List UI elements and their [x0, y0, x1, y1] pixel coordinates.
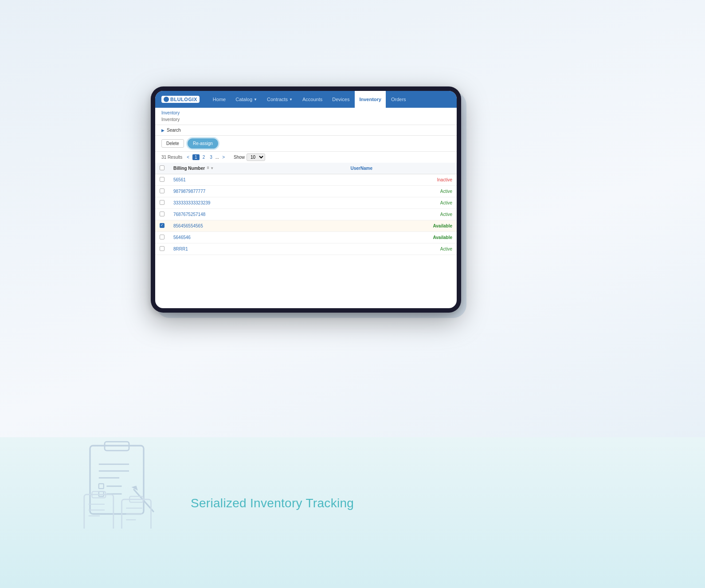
show-label: Show	[234, 155, 245, 160]
row-6-status: Available	[346, 232, 457, 243]
row-2-checkbox[interactable]	[160, 188, 164, 193]
search-arrow-icon: ▶	[161, 128, 164, 133]
table-row-selected: 856456554565 Available	[155, 220, 457, 232]
brand-logo: BLULOGIX	[161, 96, 200, 103]
row-2-billing: 9879879877777	[169, 186, 346, 197]
row-2-status: Active	[346, 186, 457, 197]
nav-orders[interactable]: Orders	[387, 91, 411, 108]
search-row: ▶ Search	[155, 125, 457, 136]
search-label: Search	[167, 128, 181, 133]
row-1-checkbox-cell[interactable]	[155, 174, 169, 186]
page-2-button[interactable]: 2	[201, 154, 207, 160]
svg-rect-12	[84, 494, 114, 529]
row-4-billing: 7687675257148	[169, 209, 346, 220]
tablet-device: BLULOGIX Home Catalog ▼ Contracts ▼ Acco…	[151, 86, 461, 313]
page-nav: < 1 2 3 ... >	[185, 154, 227, 160]
table-row: 7687675257148 Active	[155, 209, 457, 220]
row-3-checkbox-cell[interactable]	[155, 197, 169, 209]
nav-catalog[interactable]: Catalog ▼	[231, 91, 262, 108]
results-count: 31 Results	[161, 155, 182, 160]
row-1-billing: 56561	[169, 174, 346, 186]
table-row: 333333333323239 Active	[155, 197, 457, 209]
section-title: Inventory	[155, 116, 457, 125]
row-1-status: Inactive	[346, 174, 457, 186]
row-3-checkbox[interactable]	[160, 200, 164, 205]
page-3-button[interactable]: 3	[208, 154, 214, 160]
navbar: BLULOGIX Home Catalog ▼ Contracts ▼ Acco…	[155, 91, 457, 108]
row-7-checkbox[interactable]	[160, 246, 164, 251]
username-header[interactable]: UserName	[346, 163, 457, 174]
row-5-checkbox[interactable]	[160, 223, 164, 228]
row-5-billing: 856456554565	[169, 220, 346, 232]
tagline-text: Serialized Inventory Tracking	[191, 496, 354, 510]
row-4-checkbox-cell[interactable]	[155, 209, 169, 220]
table-row: 56561 Inactive	[155, 174, 457, 186]
clipboard-illustration	[75, 431, 173, 530]
data-table: Billing Number ⠿ ▼ UserName	[155, 163, 457, 308]
row-7-status: Active	[346, 243, 457, 255]
tablet-screen: BLULOGIX Home Catalog ▼ Contracts ▼ Acco…	[155, 91, 457, 308]
section-title-text: Inventory	[161, 117, 180, 122]
inventory-table: Billing Number ⠿ ▼ UserName	[155, 163, 457, 255]
select-all-header[interactable]	[155, 163, 169, 174]
contracts-dropdown-arrow: ▼	[289, 98, 293, 102]
nav-devices[interactable]: Devices	[328, 91, 354, 108]
nav-items: Home Catalog ▼ Contracts ▼ Accounts Devi…	[208, 91, 450, 108]
row-6-checkbox[interactable]	[160, 235, 164, 239]
svg-rect-5	[99, 484, 104, 489]
search-toggle[interactable]: ▶ Search	[161, 128, 450, 133]
table-row: 8RRR1 Active	[155, 243, 457, 255]
row-7-checkbox-cell[interactable]	[155, 243, 169, 255]
next-page-button[interactable]: >	[220, 154, 227, 160]
page-ellipsis: ...	[215, 155, 219, 160]
table-row: 9879879877777 Active	[155, 186, 457, 197]
brand-name: BLULOGIX	[170, 97, 197, 102]
nav-accounts[interactable]: Accounts	[298, 91, 327, 108]
nav-home[interactable]: Home	[208, 91, 230, 108]
catalog-dropdown-arrow: ▼	[254, 98, 257, 102]
page-1-button[interactable]: 1	[192, 154, 200, 160]
row-1-checkbox[interactable]	[160, 177, 164, 182]
pagination-row: 31 Results < 1 2 3 ... > Show 10 25 50	[155, 152, 457, 163]
show-select[interactable]: 10 25 50	[247, 153, 265, 161]
billing-number-header[interactable]: Billing Number ⠿ ▼	[169, 163, 346, 174]
billing-sort-icons: ⠿ ▼	[207, 166, 214, 170]
brand-icon	[164, 97, 169, 102]
table-header-row: Billing Number ⠿ ▼ UserName	[155, 163, 457, 174]
tablet-wrapper: BLULOGIX Home Catalog ▼ Contracts ▼ Acco…	[151, 86, 461, 313]
brand-area: BLULOGIX	[161, 96, 200, 103]
row-3-status: Active	[346, 197, 457, 209]
row-6-checkbox-cell[interactable]	[155, 232, 169, 243]
prev-page-button[interactable]: <	[185, 154, 191, 160]
breadcrumb: Inventory	[155, 108, 457, 116]
table-body: 56561 Inactive 9879879877777 Active 3333…	[155, 174, 457, 255]
row-7-billing: 8RRR1	[169, 243, 346, 255]
row-5-status: Available	[346, 220, 457, 232]
row-3-billing: 333333333323239	[169, 197, 346, 209]
show-row: Show 10 25 50	[234, 153, 265, 161]
nav-inventory[interactable]: Inventory	[355, 91, 386, 108]
reassign-button[interactable]: Re-assign	[188, 138, 218, 149]
nav-contracts[interactable]: Contracts ▼	[262, 91, 297, 108]
row-4-status: Active	[346, 209, 457, 220]
select-all-checkbox[interactable]	[160, 165, 164, 170]
table-row: 5646546 Available	[155, 232, 457, 243]
row-5-checkbox-cell[interactable]	[155, 220, 169, 232]
row-6-billing: 5646546	[169, 232, 346, 243]
row-4-checkbox[interactable]	[160, 212, 164, 216]
row-2-checkbox-cell[interactable]	[155, 186, 169, 197]
action-bar: Delete Re-assign	[155, 136, 457, 152]
delete-button[interactable]: Delete	[161, 139, 184, 148]
breadcrumb-inventory[interactable]: Inventory	[161, 110, 180, 115]
